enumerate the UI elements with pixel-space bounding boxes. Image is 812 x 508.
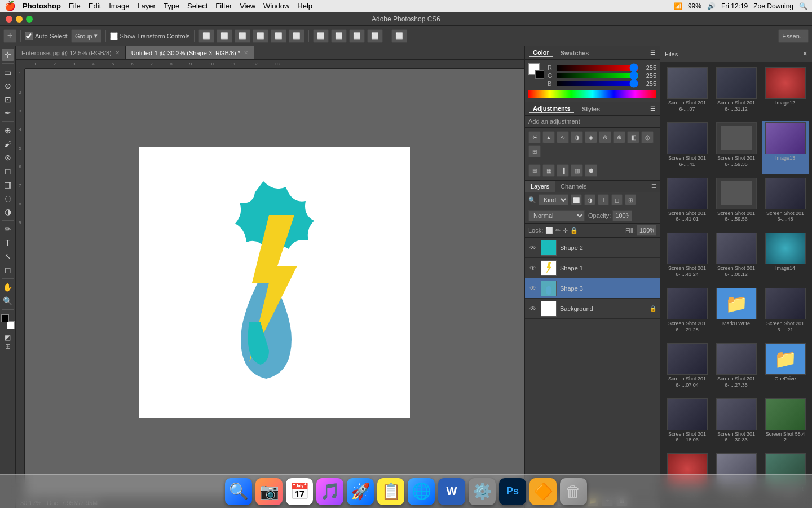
tab-untitled[interactable]: Untitled-1 @ 30.2% (Shape 3, RGB/8) * ✕ [126, 46, 254, 59]
dock-appstore[interactable]: 🚀 [347, 478, 374, 505]
arrange-btn[interactable]: ⬜ [391, 29, 407, 43]
curves-adj[interactable]: ∿ [557, 131, 569, 143]
gradient-tool[interactable]: ▥ [2, 178, 14, 191]
menu-type[interactable]: Type [164, 2, 179, 10]
bg-preview[interactable] [535, 70, 544, 79]
stamp-tool[interactable]: ⊗ [2, 151, 14, 164]
brightness-adj[interactable]: ☀ [528, 131, 541, 143]
file-item[interactable]: Screen Shot 2016-....30.33 [713, 397, 760, 450]
dock-word[interactable]: W [438, 478, 465, 505]
menu-layer[interactable]: Layer [137, 2, 156, 10]
channels-tab[interactable]: Channels [555, 181, 592, 192]
layer-background[interactable]: 👁 Background 🔒 [525, 299, 660, 319]
file-item-markitwrite[interactable]: 📁 MarkITWrite [713, 286, 760, 339]
crop-tool[interactable]: ⊡ [2, 93, 14, 106]
threshold-adj[interactable]: ▐ [557, 164, 569, 177]
layer-background-visibility[interactable]: 👁 [528, 304, 537, 313]
file-item[interactable]: Screen Shot 2016-....27.35 [713, 341, 760, 395]
layers-adj-btn[interactable]: ◑ [584, 194, 595, 205]
menu-edit[interactable]: Edit [89, 2, 101, 10]
color-spectrum[interactable] [528, 90, 656, 98]
file-item[interactable]: Image12 [762, 65, 809, 119]
fill-input[interactable] [637, 225, 656, 236]
hand-tool[interactable]: ✋ [2, 281, 14, 294]
file-item[interactable]: Screen Shot 2016-....07 [664, 65, 710, 119]
move-tool[interactable]: ✛ [2, 49, 14, 61]
menu-help[interactable]: Help [297, 2, 312, 10]
eraser-tool[interactable]: ◻ [2, 165, 14, 177]
dist-4-btn[interactable]: ⬜ [367, 29, 383, 43]
color-panel-menu[interactable]: ☰ [650, 50, 655, 56]
align-bottom-btn[interactable]: ⬜ [289, 29, 304, 43]
shape-tool[interactable]: ◻ [2, 264, 14, 276]
file-item[interactable]: Screen Shot 2016-....18.06 [664, 397, 710, 450]
lock-all-icon[interactable]: 🔒 [570, 227, 578, 234]
blend-mode-select[interactable]: Normal [528, 210, 585, 221]
layer-shape2-visibility[interactable]: 👁 [528, 243, 537, 252]
file-item[interactable]: Screen Shot 2016-....31.12 [713, 65, 760, 119]
lock-pixels-icon[interactable]: ⬜ [545, 227, 553, 234]
exposure-adj[interactable]: ◑ [571, 131, 583, 143]
healing-tool[interactable]: ⊕ [2, 124, 14, 137]
green-slider[interactable] [557, 73, 638, 78]
file-item-selected[interactable]: Image13 [762, 121, 809, 174]
layers-smart-btn[interactable]: ⊞ [625, 194, 636, 205]
menu-view[interactable]: View [240, 2, 255, 10]
type-tool[interactable]: T [2, 237, 14, 249]
align-right-btn[interactable]: ⬜ [235, 29, 250, 43]
color-tab[interactable]: Color [529, 49, 553, 57]
file-item[interactable]: Image14 [762, 231, 809, 284]
dodge-tool[interactable]: ◑ [2, 205, 14, 218]
blue-slider[interactable] [557, 81, 638, 86]
close-button[interactable] [6, 16, 12, 23]
layers-type-btn[interactable]: T [598, 194, 609, 205]
align-left-btn[interactable]: ⬜ [198, 29, 214, 43]
menu-image[interactable]: Image [109, 2, 129, 10]
menu-photoshop[interactable]: Photoshop [23, 2, 61, 10]
gradient-map-adj[interactable]: ▥ [571, 164, 583, 177]
screenmode-icon[interactable]: ⊞ [5, 343, 11, 351]
dock-trash[interactable]: 🗑 [560, 478, 587, 505]
vibrance-adj[interactable]: ◈ [585, 131, 597, 143]
minimize-button[interactable] [16, 16, 23, 23]
background-color-swatch[interactable] [7, 321, 15, 329]
dock-systemprefs[interactable]: ⚙️ [469, 478, 496, 505]
file-item[interactable]: Screen Shot 2016-....41.01 [664, 176, 710, 229]
tab-enterprise[interactable]: Enterprise.jpg @ 12.5% (RGB/8) ✕ [16, 46, 126, 59]
file-item[interactable]: Screen Shot 2016-....21 [762, 286, 809, 339]
hue-adj[interactable]: ⊙ [599, 131, 611, 143]
layer-shape1-visibility[interactable]: 👁 [528, 264, 537, 273]
file-item[interactable]: Screen Shot 2016-....59.56 [713, 176, 760, 229]
layer-shape3-visibility[interactable]: 👁 [528, 284, 537, 293]
layers-panel-menu[interactable]: ☰ [648, 181, 660, 192]
swatches-tab[interactable]: Swatches [557, 50, 593, 56]
layers-pixel-btn[interactable]: ⬜ [571, 194, 582, 205]
file-item[interactable]: Screen Shot 2016-....41 [664, 121, 710, 174]
group-select-btn[interactable]: Group ▾ [71, 29, 102, 43]
file-item[interactable]: Screen Shot 2016-....00.12 [713, 231, 760, 284]
colorbalance-adj[interactable]: ⊕ [613, 131, 625, 143]
adjustments-panel-header[interactable]: Adjustments Styles ☰ [525, 102, 660, 116]
lasso-tool[interactable]: ⊙ [2, 80, 14, 92]
layers-tab[interactable]: Layers [525, 181, 555, 192]
quickmask-icon[interactable]: ◩ [5, 334, 11, 341]
adjustments-tab[interactable]: Adjustments [529, 105, 574, 113]
levels-adj[interactable]: ▲ [542, 131, 555, 143]
dock-finder[interactable]: 🔍 [225, 478, 252, 505]
menu-select[interactable]: Select [187, 2, 208, 10]
align-center-btn[interactable]: ⬜ [217, 29, 232, 43]
opacity-input[interactable] [612, 210, 632, 221]
file-item-onedrive[interactable]: 📁 OneDrive [762, 341, 809, 395]
dist-3-btn[interactable]: ⬜ [349, 29, 365, 43]
layers-kind-select[interactable]: Kind [539, 194, 568, 205]
essentials-btn[interactable]: Essen... [778, 29, 809, 43]
file-item[interactable]: Screen Shot 2016-....07.04 [664, 341, 710, 395]
lock-position-icon[interactable]: ✏ [555, 227, 561, 234]
dock-calendar[interactable]: 📅 [286, 478, 313, 505]
file-item[interactable]: Screen Shot 2016-....41.24 [664, 231, 710, 284]
blur-tool[interactable]: ◌ [2, 192, 14, 204]
selective-adj[interactable]: ⬢ [585, 164, 597, 177]
move-tool-btn[interactable]: ✛ [3, 29, 16, 43]
dock-alfred[interactable]: 🔶 [529, 478, 557, 505]
dist-v-btn[interactable]: ⬜ [331, 29, 347, 43]
